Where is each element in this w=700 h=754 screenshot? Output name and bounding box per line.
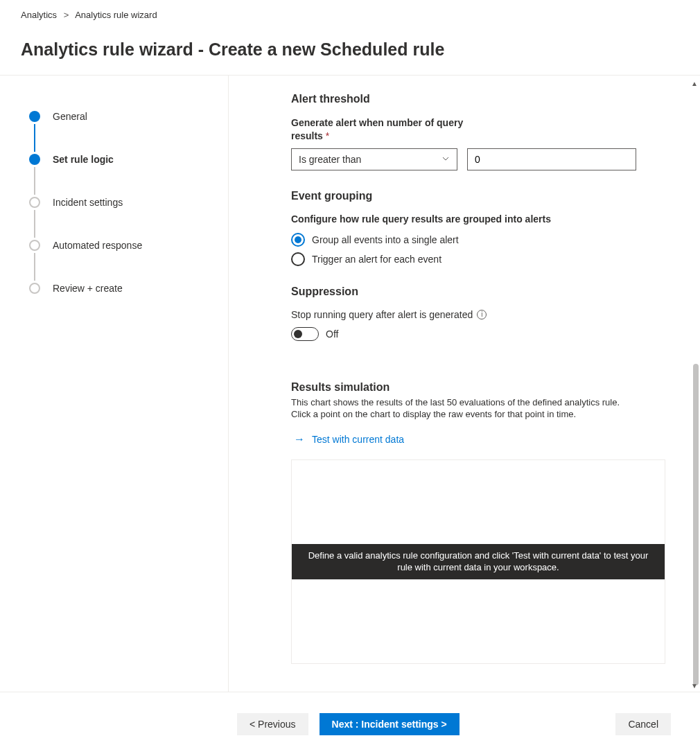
page-title: Analytics rule wizard - Create a new Sch… [0, 27, 700, 75]
scrollbar-thumb[interactable] [693, 364, 699, 685]
content-area: General Set rule logic Incident settings… [0, 75, 700, 692]
step-label: Incident settings [53, 197, 123, 208]
breadcrumb: Analytics > Analytics rule wizard [0, 0, 700, 27]
radio-group-all[interactable]: Group all events into a single alert [291, 233, 636, 247]
previous-button[interactable]: < Previous [237, 713, 308, 735]
step-label: Set rule logic [53, 154, 114, 165]
step-circle-hollow-icon [29, 283, 40, 294]
results-simulation-section: Results simulation This chart shows the … [291, 381, 636, 664]
chevron-down-icon [441, 154, 450, 165]
step-review-create[interactable]: Review + create [29, 281, 228, 296]
step-circle-hollow-icon [29, 240, 40, 251]
cancel-button[interactable]: Cancel [615, 713, 671, 735]
step-label: General [53, 111, 87, 122]
suppression-section: Suppression Stop running query after ale… [291, 286, 636, 341]
radio-unchecked-icon [291, 252, 305, 266]
results-chart-placeholder: Define a valid analytics rule configurat… [291, 459, 665, 664]
step-incident-settings[interactable]: Incident settings [29, 195, 228, 210]
wizard-footer: < Previous Next : Incident settings > Ca… [0, 692, 700, 742]
step-circle-filled-icon [29, 154, 40, 165]
arrow-right-icon: → [294, 433, 305, 446]
step-connector [34, 124, 35, 152]
radio-label: Trigger an alert for each event [312, 254, 441, 265]
radio-label: Group all events into a single alert [312, 234, 459, 245]
test-link-label: Test with current data [312, 434, 404, 445]
radio-trigger-each[interactable]: Trigger an alert for each event [291, 252, 636, 266]
event-grouping-help: Configure how rule query results are gro… [291, 213, 636, 225]
section-title-results: Results simulation [291, 381, 636, 394]
suppression-toggle[interactable] [291, 327, 319, 341]
step-automated-response[interactable]: Automated response [29, 238, 228, 253]
main-panel: Alert threshold Generate alert when numb… [229, 76, 671, 692]
scroll-arrow-down-icon[interactable]: ▼ [691, 682, 698, 690]
suppression-label: Stop running query after alert is genera… [291, 309, 473, 320]
breadcrumb-current: Analytics rule wizard [75, 10, 157, 20]
step-connector [34, 167, 35, 195]
breadcrumb-root[interactable]: Analytics [21, 10, 57, 20]
chart-banner-message: Define a valid analytics rule configurat… [292, 544, 665, 579]
step-label: Automated response [53, 240, 142, 251]
operator-select-value: Is greater than [299, 154, 361, 165]
radio-checked-icon [291, 233, 305, 247]
alert-threshold-label-text: Generate alert when number of query resu… [291, 117, 463, 141]
section-title-alert-threshold: Alert threshold [291, 93, 636, 105]
alert-threshold-label: Generate alert when number of query resu… [291, 116, 471, 143]
step-circle-filled-icon [29, 111, 40, 122]
step-connector [34, 253, 35, 281]
threshold-value-input[interactable] [467, 148, 636, 170]
event-grouping-section: Event grouping Configure how rule query … [291, 190, 636, 266]
step-set-rule-logic[interactable]: Set rule logic [29, 152, 228, 167]
next-button[interactable]: Next : Incident settings > [320, 713, 460, 735]
operator-select[interactable]: Is greater than [291, 148, 457, 170]
toggle-state-label: Off [326, 328, 338, 340]
required-asterisk: * [326, 130, 329, 141]
breadcrumb-separator-icon: > [64, 10, 69, 20]
step-circle-hollow-icon [29, 197, 40, 208]
step-general[interactable]: General [29, 109, 228, 124]
section-title-event-grouping: Event grouping [291, 190, 636, 202]
section-title-suppression: Suppression [291, 286, 636, 298]
wizard-stepper: General Set rule logic Incident settings… [29, 76, 229, 692]
scroll-arrow-up-icon[interactable]: ▲ [691, 80, 698, 87]
step-label: Review + create [53, 283, 123, 294]
step-connector [34, 210, 35, 238]
results-description: This chart shows the results of the last… [291, 396, 636, 421]
info-icon[interactable]: i [477, 310, 487, 319]
alert-threshold-section: Alert threshold Generate alert when numb… [291, 93, 636, 170]
toggle-thumb-icon [294, 330, 302, 338]
test-with-current-data-link[interactable]: → Test with current data [294, 433, 636, 446]
